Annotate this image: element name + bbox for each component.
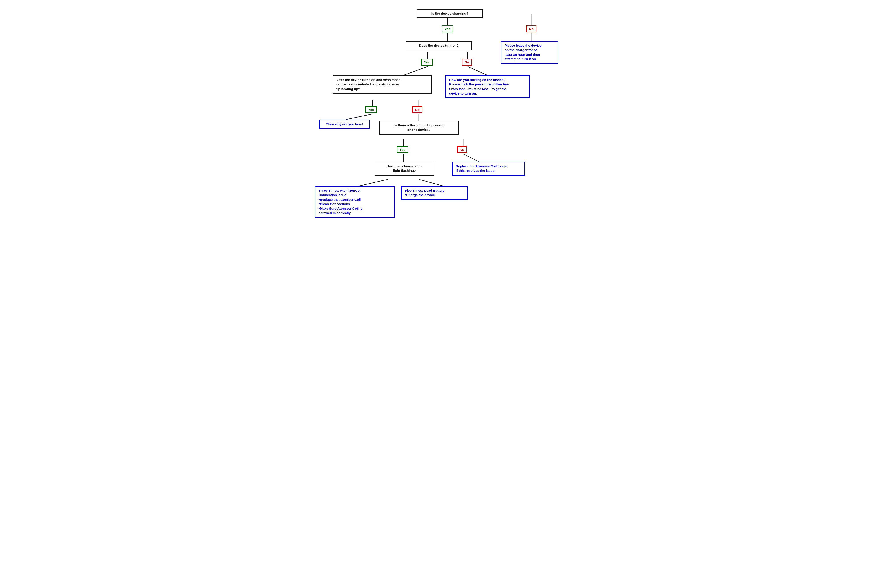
svg-line-17 <box>419 179 443 186</box>
node-three-times: Three Times: Atomizer/CoilConnection Iss… <box>315 186 394 218</box>
node-then-why-here: Then why are you here! <box>319 120 370 129</box>
badge-yes-2: Yes <box>421 58 433 66</box>
flowchart: Is the device charging? Yes No Please le… <box>308 7 574 224</box>
svg-line-16 <box>359 179 388 186</box>
node-is-device-charging: Is the device charging? <box>417 9 483 18</box>
badge-no-2: No <box>462 58 472 66</box>
svg-line-5 <box>404 66 428 75</box>
svg-line-15 <box>463 154 478 162</box>
badge-no-4: No <box>457 146 467 153</box>
node-atomizer-heating: After the device turns on and sesh modeo… <box>333 75 432 94</box>
node-replace-atomizer: Replace the Atomizer/Coil to seeif this … <box>452 162 525 176</box>
badge-no-1: No <box>526 26 536 32</box>
node-leave-on-charger: Please leave the deviceon the charger fo… <box>501 41 558 64</box>
badge-yes-1: Yes <box>442 26 453 32</box>
svg-line-7 <box>468 66 488 75</box>
node-how-turning-on: How are you turning on the device?Please… <box>446 75 530 98</box>
node-flashing-light: Is there a flashing light presenton the … <box>379 121 459 135</box>
node-how-many-flashes: How many times is thelight flashing? <box>375 162 434 176</box>
badge-no-3: No <box>412 106 422 113</box>
svg-line-9 <box>346 114 372 120</box>
node-five-times: Five Times: Dead Battery*Charge the devi… <box>401 186 468 200</box>
badge-yes-3: Yes <box>365 106 377 113</box>
badge-yes-4: Yes <box>397 146 408 153</box>
node-does-device-turn-on: Does the device turn on? <box>406 41 472 50</box>
